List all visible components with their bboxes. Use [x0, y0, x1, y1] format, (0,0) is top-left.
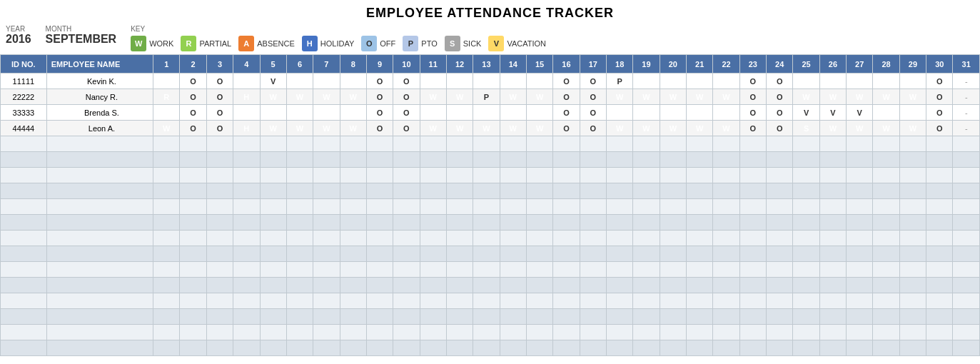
year-group: YEAR 2016 — [6, 25, 31, 46]
empty-cell — [286, 262, 313, 278]
empty-cell — [526, 278, 552, 293]
empty-cell — [206, 262, 233, 278]
day-cell: W — [660, 74, 686, 89]
employee-id: 11111 — [1, 74, 47, 89]
empty-cell — [46, 168, 153, 183]
empty-cell — [260, 231, 286, 246]
empty-cell — [46, 293, 153, 309]
empty-cell — [873, 278, 899, 293]
empty-cell — [313, 136, 340, 152]
empty-cell — [953, 183, 980, 199]
empty-cell — [180, 231, 206, 246]
empty-cell — [313, 278, 340, 293]
empty-cell — [953, 309, 980, 325]
empty-cell — [580, 278, 606, 293]
empty-cell — [180, 262, 206, 278]
day-cell: W — [819, 89, 846, 105]
employee-id: 33333 — [1, 105, 47, 121]
day-cell: W — [313, 105, 340, 121]
day-cell: W — [286, 105, 313, 121]
header-day-29: 29 — [899, 55, 926, 74]
empty-cell — [473, 278, 500, 293]
key-badge-r: R — [181, 36, 196, 51]
empty-cell — [899, 246, 926, 262]
day-cell: O — [739, 74, 766, 89]
empty-cell — [553, 152, 580, 168]
empty-cell — [633, 152, 660, 168]
empty-cell — [340, 278, 366, 293]
empty-cell — [687, 152, 713, 168]
empty-cell — [260, 325, 286, 340]
empty-cell — [953, 278, 980, 293]
empty-cell — [606, 309, 632, 325]
empty-cell — [873, 325, 899, 340]
empty-cell — [606, 136, 632, 152]
employee-row: 22222Nancy R.ROOHWWWWOOWWPWWOOWWWWWOOWWW… — [1, 89, 980, 105]
empty-cell — [873, 293, 899, 309]
empty-cell — [526, 262, 552, 278]
employee-id: 44444 — [1, 121, 47, 136]
empty-cell — [473, 231, 500, 246]
empty-cell — [687, 293, 713, 309]
day-cell: O — [206, 74, 233, 89]
empty-cell — [233, 325, 260, 340]
empty-cell — [660, 231, 686, 246]
employee-name: Leon A. — [46, 121, 153, 136]
empty-cell — [873, 246, 899, 262]
empty-cell — [713, 168, 739, 183]
empty-cell — [366, 231, 393, 246]
empty-cell — [606, 152, 632, 168]
header-day-3: 3 — [206, 55, 233, 74]
empty-cell — [46, 340, 153, 356]
header-day-12: 12 — [446, 55, 473, 74]
empty-cell — [633, 340, 660, 356]
day-cell: W — [526, 89, 552, 105]
empty-cell — [473, 183, 500, 199]
empty-cell — [473, 309, 500, 325]
empty-cell — [153, 215, 180, 231]
empty-cell — [660, 199, 686, 215]
empty-cell — [819, 262, 846, 278]
header-day-20: 20 — [660, 55, 686, 74]
empty-cell — [180, 215, 206, 231]
day-cell: O — [580, 121, 606, 136]
empty-cell — [553, 231, 580, 246]
empty-cell — [526, 168, 552, 183]
empty-cell — [473, 215, 500, 231]
empty-cell — [1, 293, 47, 309]
empty-cell — [793, 278, 819, 293]
empty-cell — [926, 199, 953, 215]
empty-cell — [873, 152, 899, 168]
day-cell: W — [500, 105, 526, 121]
empty-cell — [767, 199, 793, 215]
page-title: EMPLOYEE ATTENDANCE TRACKER — [0, 0, 980, 24]
empty-cell — [1, 262, 47, 278]
empty-cell — [660, 278, 686, 293]
day-cell: W — [713, 74, 739, 89]
empty-cell — [526, 309, 552, 325]
empty-cell — [500, 199, 526, 215]
empty-cell — [393, 262, 420, 278]
empty-row — [1, 293, 980, 309]
key-group: KEY WWORKRPARTIALAABSENCEHHOLIDAYOOFFPPT… — [131, 25, 546, 51]
empty-cell — [713, 262, 739, 278]
empty-cell — [713, 278, 739, 293]
empty-cell — [340, 199, 366, 215]
day-cell: W — [473, 74, 500, 89]
empty-cell — [180, 309, 206, 325]
empty-cell — [260, 215, 286, 231]
empty-cell — [206, 293, 233, 309]
empty-cell — [206, 340, 233, 356]
empty-cell — [500, 293, 526, 309]
empty-cell — [366, 340, 393, 356]
empty-cell — [180, 246, 206, 262]
empty-cell — [633, 262, 660, 278]
empty-cell — [580, 293, 606, 309]
empty-cell — [953, 325, 980, 340]
empty-cell — [313, 231, 340, 246]
header-day-6: 6 — [286, 55, 313, 74]
empty-cell — [340, 246, 366, 262]
empty-cell — [713, 325, 739, 340]
empty-cell — [606, 215, 632, 231]
empty-cell — [793, 262, 819, 278]
